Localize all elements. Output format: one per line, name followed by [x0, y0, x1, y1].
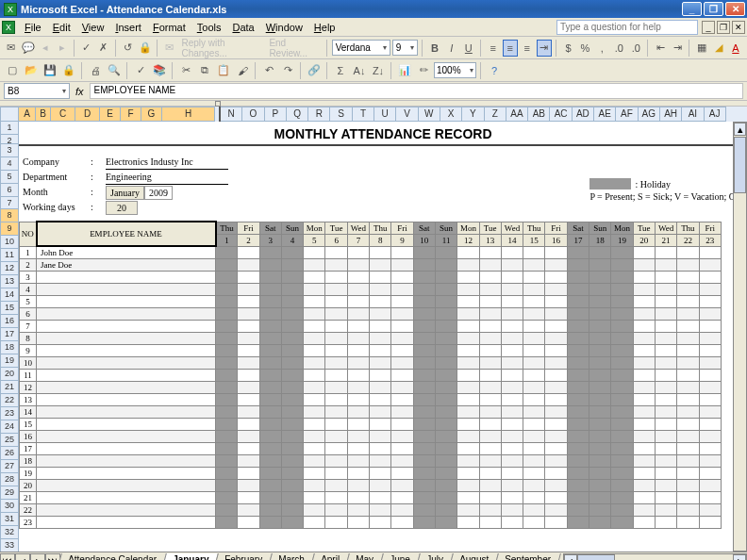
- new-button[interactable]: ▢: [4, 62, 21, 79]
- empname-11[interactable]: [37, 369, 216, 381]
- cell-r11-d5[interactable]: [304, 369, 325, 381]
- cell-r20-d2[interactable]: [238, 479, 259, 491]
- cell-r6-d18[interactable]: [589, 307, 611, 320]
- cell-r18-d11[interactable]: [435, 454, 456, 467]
- cell-r6-d12[interactable]: [457, 307, 479, 320]
- cell-r8-d19[interactable]: [611, 332, 633, 344]
- rowhdr-25[interactable]: 25: [0, 434, 19, 447]
- cell-r15-d12[interactable]: [457, 418, 479, 430]
- cell-r21-d2[interactable]: [238, 491, 259, 503]
- colhdr-C[interactable]: C: [51, 107, 75, 122]
- cell-r18-d23[interactable]: [699, 454, 721, 467]
- cell-r1-d4[interactable]: [281, 246, 303, 258]
- menu-edit[interactable]: Edit: [47, 20, 76, 35]
- copy-button[interactable]: ⧉: [196, 62, 213, 79]
- rowhdr-28[interactable]: 28: [0, 473, 19, 486]
- cell-r5-d17[interactable]: [567, 295, 589, 307]
- cell-r4-d18[interactable]: [589, 283, 611, 295]
- cell-r7-d9[interactable]: [391, 320, 413, 332]
- cell-r5-d5[interactable]: [304, 295, 325, 307]
- cell-r10-d20[interactable]: [633, 356, 655, 369]
- sheet-tab-attendance-calendar[interactable]: Attendance Calendar: [58, 553, 167, 560]
- cell-r3-d16[interactable]: [545, 271, 567, 283]
- cell-r11-d20[interactable]: [633, 369, 655, 381]
- cell-r17-d8[interactable]: [370, 442, 391, 454]
- cell-r18-d2[interactable]: [238, 454, 259, 467]
- menu-data[interactable]: Data: [226, 20, 259, 35]
- scroll-left-arrow[interactable]: ◂: [564, 554, 577, 561]
- cell-r14-d2[interactable]: [238, 405, 259, 418]
- underline-button[interactable]: U: [461, 40, 476, 57]
- cell-r10-d7[interactable]: [347, 356, 369, 369]
- colhdr-B[interactable]: B: [36, 107, 51, 122]
- drawing-button[interactable]: ✏: [415, 62, 432, 79]
- cell-r10-d12[interactable]: [457, 356, 479, 369]
- open-button[interactable]: 📂: [23, 62, 40, 79]
- cell-r9-d14[interactable]: [501, 344, 523, 356]
- cell-r7-d4[interactable]: [281, 320, 303, 332]
- cell-r6-d22[interactable]: [677, 307, 699, 320]
- empname-3[interactable]: [37, 271, 216, 283]
- cell-r8-d6[interactable]: [325, 332, 347, 344]
- sheet-tab-may[interactable]: May: [345, 553, 384, 560]
- menu-tools[interactable]: Tools: [191, 20, 227, 35]
- cell-r7-d13[interactable]: [479, 320, 501, 332]
- cell-r1-d11[interactable]: [435, 246, 456, 258]
- increase-indent-button[interactable]: ⇥: [670, 40, 685, 57]
- cell-r9-d6[interactable]: [325, 344, 347, 356]
- cell-r16-d2[interactable]: [238, 430, 259, 442]
- cell-r13-d18[interactable]: [589, 393, 611, 405]
- cell-r2-d15[interactable]: [523, 258, 545, 271]
- cell-r19-d1[interactable]: [216, 467, 238, 479]
- cell-r14-d4[interactable]: [281, 405, 303, 418]
- cell-r17-d11[interactable]: [435, 442, 456, 454]
- borders-button[interactable]: ▦: [694, 40, 709, 57]
- select-all-button[interactable]: [0, 107, 19, 122]
- cell-r1-d19[interactable]: [611, 246, 633, 258]
- cell-r15-d4[interactable]: [281, 418, 303, 430]
- company-value[interactable]: Electronics Industy Inc: [106, 156, 228, 170]
- cell-r7-d7[interactable]: [347, 320, 369, 332]
- cell-r19-d20[interactable]: [633, 467, 655, 479]
- print-button[interactable]: 🖨: [87, 62, 104, 79]
- cell-r22-d8[interactable]: [370, 503, 391, 516]
- cell-r1-d23[interactable]: [699, 246, 721, 258]
- empname-19[interactable]: [37, 467, 216, 479]
- cell-r9-d23[interactable]: [699, 344, 721, 356]
- cell-r10-d3[interactable]: [259, 356, 281, 369]
- cell-r23-d11[interactable]: [435, 516, 456, 528]
- cell-r21-d20[interactable]: [633, 491, 655, 503]
- empname-8[interactable]: [37, 332, 216, 344]
- cell-r3-d19[interactable]: [611, 271, 633, 283]
- cell-r3-d18[interactable]: [589, 271, 611, 283]
- cell-r16-d19[interactable]: [611, 430, 633, 442]
- cell-r4-d23[interactable]: [699, 283, 721, 295]
- cell-r16-d23[interactable]: [699, 430, 721, 442]
- cell-r23-d17[interactable]: [567, 516, 589, 528]
- cell-r17-d4[interactable]: [281, 442, 303, 454]
- tab-next-button[interactable]: ▸: [30, 553, 45, 561]
- cell-r21-d7[interactable]: [347, 491, 369, 503]
- cell-r3-d17[interactable]: [567, 271, 589, 283]
- colhdr-AG[interactable]: AG: [639, 107, 660, 122]
- cell-r22-d2[interactable]: [238, 503, 259, 516]
- cell-r14-d3[interactable]: [259, 405, 281, 418]
- cell-r6-d13[interactable]: [479, 307, 501, 320]
- cell-r6-d16[interactable]: [545, 307, 567, 320]
- cell-r8-d10[interactable]: [413, 332, 435, 344]
- new-comment-icon[interactable]: ✉: [4, 40, 19, 57]
- cell-r20-d16[interactable]: [545, 479, 567, 491]
- cell-r21-d9[interactable]: [391, 491, 413, 503]
- cell-r10-d19[interactable]: [611, 356, 633, 369]
- sheet-tab-april[interactable]: April: [310, 553, 350, 560]
- cell-r10-d2[interactable]: [238, 356, 259, 369]
- cell-r4-d6[interactable]: [325, 283, 347, 295]
- colhdr-AE[interactable]: AE: [594, 107, 616, 122]
- cell-r19-d16[interactable]: [545, 467, 567, 479]
- cell-r11-d13[interactable]: [479, 369, 501, 381]
- scroll-right-arrow[interactable]: ▸: [733, 554, 746, 561]
- scroll-up-arrow[interactable]: ▴: [734, 123, 746, 136]
- cell-r3-d6[interactable]: [325, 271, 347, 283]
- cell-r17-d18[interactable]: [589, 442, 611, 454]
- cell-r6-d5[interactable]: [304, 307, 325, 320]
